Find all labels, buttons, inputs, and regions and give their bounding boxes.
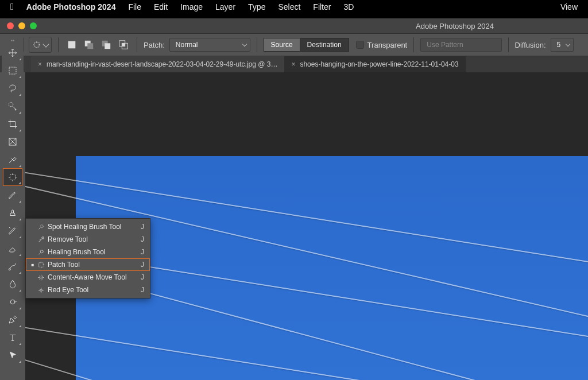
tool-pen[interactable]: [3, 311, 22, 328]
tool-blur[interactable]: [3, 275, 22, 293]
healing-tool-flyout: Spot Healing Brush Tool J Remove Tool J …: [25, 218, 150, 298]
document-tab-1[interactable]: × man-standing-in-vast-desert-landscape-…: [31, 56, 284, 72]
menu-type[interactable]: Type: [248, 2, 265, 11]
menu-image[interactable]: Image: [180, 2, 203, 11]
selection-add[interactable]: [82, 38, 96, 52]
transparent-checkbox[interactable]: [356, 41, 364, 49]
remove-tool-icon: [35, 235, 47, 244]
menu-layer[interactable]: Layer: [215, 2, 235, 11]
svg-point-17: [40, 250, 43, 253]
tool-eyedropper[interactable]: [3, 150, 22, 168]
patch-label: Patch:: [144, 41, 165, 49]
flyout-item-content-aware-move[interactable]: Content-Aware Move Tool J: [26, 271, 150, 284]
selection-new[interactable]: [65, 38, 79, 52]
close-tab-icon[interactable]: ×: [38, 60, 42, 68]
tool-quick-select[interactable]: [3, 97, 22, 115]
apple-menu[interactable]: : [10, 2, 14, 12]
tool-clone-stamp[interactable]: [3, 204, 22, 222]
document-canvas[interactable]: [76, 156, 588, 380]
tool-gradient[interactable]: [3, 257, 22, 275]
selection-mode-group: [65, 38, 130, 52]
document-tab-title: shoes-hanging-on-the-power-line-2022-11-…: [300, 60, 458, 68]
flyout-item-healing-brush[interactable]: Healing Brush Tool J: [26, 246, 150, 258]
menu-edit[interactable]: Edit: [154, 2, 168, 11]
diffusion-label: Diffusion:: [515, 41, 546, 49]
zoom-window-button[interactable]: [30, 22, 37, 29]
selection-subtract[interactable]: [99, 38, 113, 52]
flyout-item-remove[interactable]: Remove Tool J: [26, 233, 150, 246]
svg-rect-7: [68, 41, 76, 49]
svg-rect-3: [10, 175, 16, 180]
tool-marquee[interactable]: [3, 61, 22, 79]
svg-rect-18: [38, 262, 43, 267]
tool-crop[interactable]: [3, 115, 22, 133]
menu-view[interactable]: View: [560, 2, 578, 11]
tool-eraser[interactable]: [3, 239, 22, 257]
document-tabs: × man-standing-in-vast-desert-landscape-…: [0, 56, 588, 72]
menu-filter[interactable]: Filter: [313, 2, 331, 11]
menu-file[interactable]: File: [128, 2, 141, 11]
tool-type[interactable]: [3, 328, 22, 346]
patch-source-button[interactable]: Source: [264, 38, 300, 52]
tool-healing-group[interactable]: [3, 168, 22, 186]
menu-3d[interactable]: 3D: [343, 2, 354, 11]
tool-path-select[interactable]: [3, 346, 22, 364]
document-tab-title: man-standing-in-vast-desert-landscape-20…: [47, 60, 277, 68]
close-tab-icon[interactable]: ×: [291, 60, 295, 68]
healing-brush-icon: [35, 248, 47, 257]
menu-select[interactable]: Select: [278, 2, 300, 11]
chevron-down-icon: [42, 41, 49, 47]
svg-point-19: [40, 289, 42, 291]
svg-point-5: [10, 300, 15, 304]
app-window: Adobe Photoshop 2024 ••: [0, 18, 588, 380]
toolbox: ••: [2, 34, 24, 380]
svg-rect-14: [122, 43, 125, 46]
window-title: Adobe Photoshop 2024: [416, 22, 494, 30]
document-tab-2[interactable]: × shoes-hanging-on-the-power-line-2022-1…: [284, 56, 465, 72]
spot-healing-icon: [35, 223, 47, 231]
tool-brush[interactable]: [3, 186, 22, 204]
minimize-window-button[interactable]: [18, 22, 25, 29]
tool-lasso[interactable]: [3, 79, 22, 97]
diffusion-value[interactable]: 5: [551, 38, 574, 52]
flyout-item-patch[interactable]: ■ Patch Tool J: [26, 258, 150, 271]
svg-rect-6: [34, 42, 39, 47]
red-eye-icon: [35, 286, 47, 294]
flyout-item-red-eye[interactable]: Red Eye Tool J: [26, 284, 150, 296]
svg-point-1: [9, 102, 13, 107]
selection-intersect[interactable]: [117, 38, 130, 52]
svg-rect-11: [105, 43, 110, 49]
svg-rect-0: [9, 67, 16, 74]
patch-tool-icon: [35, 261, 47, 269]
titlebar: Adobe Photoshop 2024: [0, 18, 588, 33]
tool-history-brush[interactable]: [3, 222, 22, 239]
use-pattern-button: Use Pattern: [420, 38, 501, 52]
tool-frame[interactable]: [3, 133, 22, 150]
svg-point-15: [40, 224, 43, 227]
svg-rect-9: [87, 43, 93, 49]
patch-destination-button[interactable]: Destination: [300, 38, 349, 52]
content-aware-move-icon: [35, 273, 47, 282]
patch-target-group: Source Destination: [264, 38, 349, 52]
macos-menubar:  Adobe Photoshop 2024 File Edit Image L…: [0, 0, 588, 14]
transparent-label: Transparent: [368, 41, 408, 49]
options-bar: Patch: Normal Source Destination Transpa…: [0, 33, 588, 56]
toolbox-handle[interactable]: ••: [2, 38, 24, 44]
patch-mode-select[interactable]: Normal: [169, 38, 250, 52]
tool-dodge[interactable]: [3, 293, 22, 311]
current-tool-indicator[interactable]: [29, 37, 52, 53]
flyout-item-spot-healing[interactable]: Spot Healing Brush Tool J: [26, 220, 150, 233]
close-window-button[interactable]: [7, 22, 14, 29]
tool-move[interactable]: [3, 44, 22, 61]
app-name[interactable]: Adobe Photoshop 2024: [26, 2, 116, 11]
